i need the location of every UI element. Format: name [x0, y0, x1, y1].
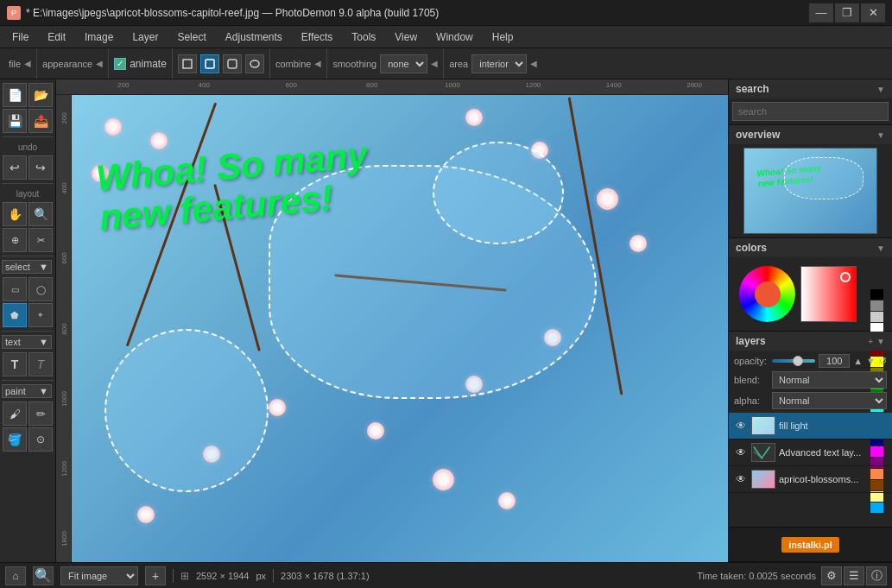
- color-wheel[interactable]: [739, 266, 795, 322]
- lasso-select-btn[interactable]: ⬟: [3, 303, 27, 327]
- statusbar-home-btn[interactable]: ⌂: [5, 566, 26, 585]
- selection-left: [104, 329, 269, 492]
- toolbar-appearance-arrow[interactable]: ◀: [96, 59, 103, 68]
- zoom-select[interactable]: Fit image: [60, 566, 138, 585]
- overview-header[interactable]: overview ▼: [729, 125, 892, 144]
- menu-select[interactable]: Select: [168, 28, 214, 46]
- save-btn[interactable]: 💾: [3, 109, 27, 133]
- text-tool-btn[interactable]: T: [3, 352, 27, 376]
- toolbar-combine-arrow[interactable]: ◀: [314, 59, 321, 68]
- search-input[interactable]: [732, 102, 889, 121]
- crop-tool-btn[interactable]: ⊕: [3, 228, 27, 252]
- open-file-btn[interactable]: 📂: [28, 83, 53, 107]
- undo-label: undo: [2, 141, 54, 154]
- paint-dropdown[interactable]: paint ▼: [2, 384, 52, 398]
- opacity-stepper-up[interactable]: ▲: [853, 356, 863, 366]
- select-dropdown[interactable]: select ▼: [2, 260, 52, 274]
- toolbar-area-arrow[interactable]: ◀: [530, 59, 537, 68]
- layer-item-fill-light[interactable]: 👁 fill light: [729, 413, 892, 439]
- colors-header[interactable]: colors ▼: [729, 238, 892, 257]
- statusbar-settings-btn[interactable]: ⚙: [821, 566, 842, 585]
- menu-help[interactable]: Help: [484, 28, 522, 46]
- export-btn[interactable]: 📤: [28, 109, 53, 133]
- brush-tool-btn[interactable]: 🖌: [3, 401, 27, 426]
- tool-row-paint2: 🪣 ⊙: [2, 427, 54, 452]
- layer-eye-image[interactable]: 👁: [734, 472, 748, 486]
- minimize-button[interactable]: —: [809, 3, 833, 22]
- layers-toggle[interactable]: ▼: [876, 337, 885, 346]
- layer-eye-fill-light[interactable]: 👁: [734, 419, 748, 433]
- color-picker[interactable]: [800, 266, 857, 322]
- menu-edit[interactable]: Edit: [39, 28, 74, 46]
- pencil-tool-btn[interactable]: ✏: [28, 401, 53, 426]
- zoom-tool-btn[interactable]: 🔍: [28, 202, 53, 226]
- maximize-button[interactable]: ❐: [835, 3, 859, 22]
- menu-layer[interactable]: Layer: [123, 28, 167, 46]
- menu-window[interactable]: Window: [427, 28, 482, 46]
- canvas-wrapper[interactable]: Whoa! So many new features!: [72, 95, 728, 562]
- shape-rect-active-btn[interactable]: [200, 54, 219, 73]
- dimensions-icon: ⊞: [180, 570, 189, 582]
- tool-row-undo: ↩ ↪: [2, 155, 54, 180]
- menu-view[interactable]: View: [386, 28, 426, 46]
- close-button[interactable]: ✕: [861, 3, 885, 22]
- layout-label: layout: [2, 187, 54, 200]
- layers-header[interactable]: layers + ▼: [729, 332, 892, 351]
- alpha-select[interactable]: Normal Inherit: [772, 392, 887, 409]
- ellipse-select-btn[interactable]: ◯: [28, 277, 53, 301]
- area-select[interactable]: interior: [471, 54, 527, 73]
- svg-point-3: [250, 60, 259, 67]
- shape-diamond-btn[interactable]: [223, 54, 242, 73]
- menu-adjustments[interactable]: Adjustments: [217, 28, 291, 46]
- animate-checkbox[interactable]: [114, 58, 126, 70]
- statusbar-layers-btn[interactable]: ☰: [844, 566, 864, 585]
- ruler-v-content: 200 400 600 800 1000 1200 1800: [56, 95, 71, 562]
- magic-select-btn[interactable]: ⌖: [28, 303, 53, 327]
- fill-tool-btn[interactable]: 🪣: [3, 427, 27, 452]
- layer-item-image[interactable]: 👁 apricot-blossoms...: [729, 466, 892, 493]
- search-toggle[interactable]: ▼: [876, 85, 885, 94]
- rect-select-btn[interactable]: ▭: [3, 277, 27, 301]
- swatch-silver[interactable]: [870, 312, 883, 322]
- opacity-value[interactable]: [819, 354, 850, 368]
- swatch-black[interactable]: [870, 289, 883, 300]
- text-outline-btn[interactable]: T: [28, 352, 53, 376]
- statusbar-info-btn[interactable]: ⓘ: [866, 566, 887, 585]
- opacity-slider[interactable]: [772, 359, 815, 363]
- opacity-reset[interactable]: ↺: [879, 356, 887, 367]
- stamp-tool-btn[interactable]: ⊙: [28, 427, 53, 452]
- colors-toggle[interactable]: ▼: [876, 243, 885, 253]
- undo-btn[interactable]: ↩: [3, 155, 27, 180]
- toolbar-smoothing-arrow[interactable]: ◀: [431, 59, 438, 68]
- overview-toggle[interactable]: ▼: [876, 130, 885, 140]
- smoothing-select[interactable]: none: [380, 54, 427, 73]
- statusbar-action-btns: ⚙ ☰ ⓘ: [821, 566, 887, 585]
- overview-section: overview ▼ Whoa! So manynew features!: [729, 125, 892, 238]
- text-dropdown-arrow: ▼: [39, 337, 48, 347]
- overview-image: Whoa! So manynew features!: [743, 148, 877, 234]
- opacity-stepper-down[interactable]: ▼: [866, 356, 876, 366]
- measure-tool-btn[interactable]: ✂: [28, 228, 53, 252]
- redo-btn[interactable]: ↪: [28, 155, 53, 180]
- swatch-gray[interactable]: [870, 300, 883, 311]
- blend-select[interactable]: Normal Multiply Screen: [772, 371, 887, 389]
- new-file-btn[interactable]: 📄: [3, 83, 27, 107]
- layers-title: layers: [736, 335, 766, 347]
- toolbar-file-arrow[interactable]: ◀: [24, 59, 31, 68]
- flower-14: [498, 492, 516, 509]
- layers-add-btn[interactable]: +: [868, 337, 873, 346]
- layer-thumb-img-bg: [752, 471, 775, 488]
- shape-ellipse-btn[interactable]: [245, 54, 264, 73]
- layer-item-text[interactable]: 👁 Advanced text lay...: [729, 439, 892, 466]
- menu-file[interactable]: File: [3, 28, 37, 46]
- menu-effects[interactable]: Effects: [293, 28, 341, 46]
- layer-eye-text[interactable]: 👁: [734, 446, 748, 459]
- statusbar-zoom-in-btn[interactable]: +: [145, 566, 166, 585]
- menu-tools[interactable]: Tools: [343, 28, 384, 46]
- menu-image[interactable]: Image: [76, 28, 122, 46]
- text-dropdown[interactable]: text ▼: [2, 335, 52, 349]
- hand-tool-btn[interactable]: ✋: [3, 202, 27, 226]
- statusbar-zoom-out-btn[interactable]: 🔍: [33, 566, 54, 585]
- search-header[interactable]: search ▼: [729, 79, 892, 98]
- shape-rect-btn[interactable]: [178, 54, 197, 73]
